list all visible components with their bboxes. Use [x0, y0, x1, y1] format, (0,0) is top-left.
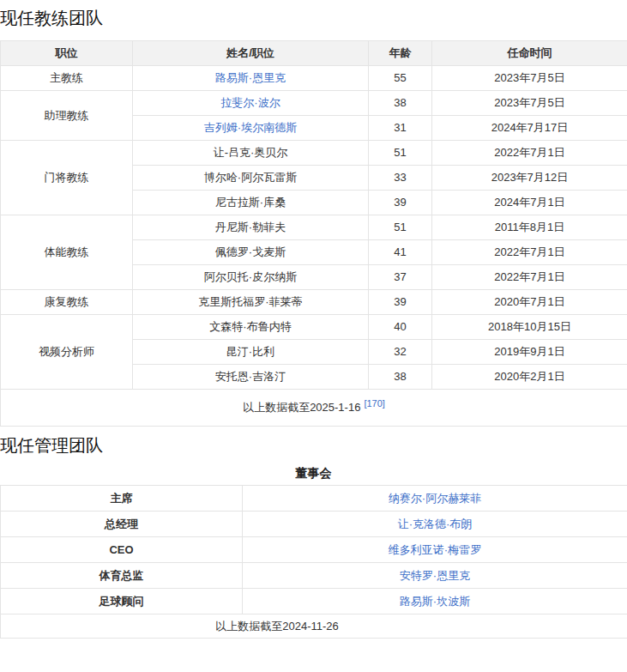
table-row: 主教练 路易斯·恩里克 55 2023年7月5日: [1, 66, 627, 91]
position-cell: 主教练: [1, 66, 133, 91]
position-cell: 助理教练: [1, 91, 133, 141]
date-cell: 2020年7月1日: [432, 290, 627, 315]
table-row: 康复教练 克里斯托福罗·菲莱蒂 39 2020年7月1日: [1, 290, 627, 315]
date-cell: 2022年7月1日: [432, 141, 627, 166]
column-header-name: 姓名/职位: [133, 41, 369, 66]
name-cell: 克里斯托福罗·菲莱蒂: [133, 290, 369, 315]
role-cell: 主席: [1, 486, 243, 512]
age-cell: 55: [369, 66, 432, 91]
age-cell: 39: [369, 290, 432, 315]
column-header-date: 任命时间: [432, 41, 627, 66]
data-cutoff-text: 以上数据截至2025-1-16: [243, 401, 360, 414]
age-cell: 33: [369, 166, 432, 191]
name-cell: 安托恩·吉洛汀: [133, 365, 369, 390]
date-cell: 2024年7月17日: [432, 116, 627, 141]
name-cell: 阿尔贝托·皮尔纳斯: [133, 265, 369, 290]
name-cell: 纳赛尔·阿尔赫莱菲: [243, 486, 627, 512]
name-cell: 路易斯·坎波斯: [243, 589, 627, 614]
column-header-age: 年龄: [369, 41, 432, 66]
role-cell: 体育总监: [1, 563, 243, 589]
date-cell: 2023年7月5日: [432, 66, 627, 91]
date-cell: 2024年7月1日: [432, 191, 627, 215]
date-cell: 2011年8月1日: [432, 215, 627, 240]
position-cell: 门将教练: [1, 141, 133, 215]
data-cutoff-note: 以上数据截至2025-1-16[170]: [1, 390, 627, 427]
table-row: 视频分析师 文森特·布鲁内特 40 2018年10月15日: [1, 315, 627, 340]
age-cell: 37: [369, 265, 432, 290]
name-cell: 尼古拉斯·库桑: [133, 191, 369, 215]
person-link[interactable]: 维多利亚诺·梅雷罗: [389, 543, 481, 556]
person-link[interactable]: 吉列姆·埃尔南德斯: [204, 121, 297, 134]
age-cell: 38: [369, 365, 432, 390]
person-link[interactable]: 纳赛尔·阿尔赫莱菲: [389, 492, 481, 505]
name-cell: 丹尼斯·勒菲夫: [133, 215, 369, 240]
name-cell: 让-吕克·奥贝尔: [133, 141, 369, 166]
position-cell: 康复教练: [1, 290, 133, 315]
reference-link[interactable]: [170]: [364, 398, 384, 409]
table-row: 足球顾问 路易斯·坎波斯: [1, 589, 627, 614]
column-header-position: 职位: [1, 41, 133, 66]
name-cell: 昆汀·比利: [133, 340, 369, 365]
age-cell: 39: [369, 191, 432, 215]
person-link[interactable]: 路易斯·恩里克: [215, 71, 286, 84]
table-row: CEO 维多利亚诺·梅雷罗: [1, 537, 627, 563]
date-cell: 2022年7月1日: [432, 240, 627, 265]
person-link[interactable]: 安特罗·恩里克: [400, 569, 470, 582]
table-header-row: 职位 姓名/职位 年龄 任命时间: [1, 41, 627, 66]
name-cell: 安特罗·恩里克: [243, 563, 627, 589]
board-caption: 董事会: [0, 465, 627, 481]
table-footer-row: 以上数据截至2024-11-26: [1, 614, 627, 639]
management-team-table: 主席 纳赛尔·阿尔赫莱菲 总经理 让·克洛德·布朗 CEO 维多利亚诺·梅雷罗 …: [0, 485, 627, 639]
name-cell: 让·克洛德·布朗: [243, 512, 627, 537]
age-cell: 51: [369, 141, 432, 166]
name-cell: 吉列姆·埃尔南德斯: [133, 116, 369, 141]
table-row: 体育总监 安特罗·恩里克: [1, 563, 627, 589]
data-cutoff-note: 以上数据截至2024-11-26: [1, 614, 627, 639]
person-link[interactable]: 让·克洛德·布朗: [398, 518, 473, 530]
position-cell: 体能教练: [1, 215, 133, 290]
age-cell: 51: [369, 215, 432, 240]
role-cell: 总经理: [1, 512, 243, 537]
date-cell: 2018年10月15日: [432, 315, 627, 340]
coaching-section-title: 现任教练团队: [0, 0, 627, 40]
date-cell: 2020年2月1日: [432, 365, 627, 390]
position-cell: 视频分析师: [1, 315, 133, 390]
date-cell: 2023年7月12日: [432, 166, 627, 191]
name-cell: 维多利亚诺·梅雷罗: [243, 537, 627, 563]
date-cell: 2023年7月5日: [432, 91, 627, 116]
person-link[interactable]: 拉斐尔·波尔: [220, 96, 280, 109]
role-cell: 足球顾问: [1, 589, 243, 614]
age-cell: 31: [369, 116, 432, 141]
name-cell: 拉斐尔·波尔: [133, 91, 369, 116]
age-cell: 32: [369, 340, 432, 365]
management-section-title: 现任管理团队: [0, 427, 627, 457]
name-cell: 博尔哈·阿尔瓦雷斯: [133, 166, 369, 191]
table-row: 主席 纳赛尔·阿尔赫莱菲: [1, 486, 627, 512]
person-link[interactable]: 路易斯·坎波斯: [400, 595, 470, 608]
age-cell: 38: [369, 91, 432, 116]
name-cell: 文森特·布鲁内特: [133, 315, 369, 340]
table-row: 门将教练 让-吕克·奥贝尔 51 2022年7月1日: [1, 141, 627, 166]
age-cell: 40: [369, 315, 432, 340]
name-cell: 佩德罗·戈麦斯: [133, 240, 369, 265]
name-cell: 路易斯·恩里克: [133, 66, 369, 91]
date-cell: 2022年7月1日: [432, 265, 627, 290]
date-cell: 2019年9月1日: [432, 340, 627, 365]
table-row: 总经理 让·克洛德·布朗: [1, 512, 627, 537]
role-cell: CEO: [1, 537, 243, 563]
age-cell: 41: [369, 240, 432, 265]
table-row: 助理教练 拉斐尔·波尔 38 2023年7月5日: [1, 91, 627, 116]
coaching-staff-table: 职位 姓名/职位 年龄 任命时间 主教练 路易斯·恩里克 55 2023年7月5…: [0, 40, 627, 427]
table-footer-row: 以上数据截至2025-1-16[170]: [1, 390, 627, 427]
table-row: 体能教练 丹尼斯·勒菲夫 51 2011年8月1日: [1, 215, 627, 240]
